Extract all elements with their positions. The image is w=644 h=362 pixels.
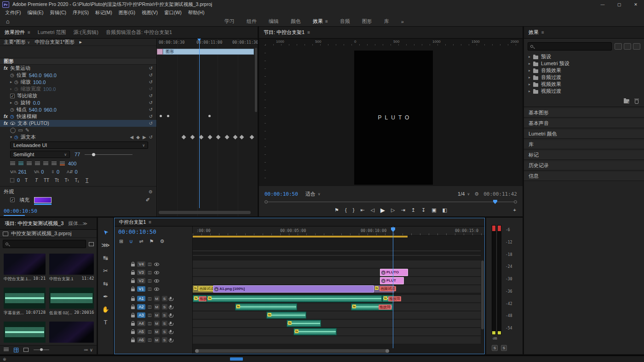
eye-icon[interactable]: [10, 122, 15, 125]
effects-search-input[interactable]: [528, 42, 612, 51]
appearance-header[interactable]: 外观 ⚙: [0, 188, 156, 195]
effects-folder-row[interactable]: ▸预设: [524, 53, 644, 60]
clip-画频试读[interactable]: fx画频试读: [374, 285, 394, 293]
sync-lock-icon[interactable]: ◫: [148, 329, 152, 334]
solo-button[interactable]: S: [162, 321, 167, 326]
effects-folder-row[interactable]: ▸视频效果: [524, 81, 644, 88]
add-marker-button[interactable]: ⚑: [334, 207, 339, 213]
checkbox-checked-icon[interactable]: ✓: [10, 94, 15, 98]
collapsed-panel-tab[interactable]: Lumetri 颜色: [524, 130, 644, 139]
fill-checkbox[interactable]: ✓: [10, 198, 15, 202]
mute-button[interactable]: M: [154, 337, 160, 343]
stopwatch-icon[interactable]: ◷: [14, 135, 18, 140]
track-lane-A3[interactable]: [193, 311, 481, 319]
stopwatch-icon[interactable]: ◷: [14, 79, 18, 85]
track-target-A4[interactable]: A4: [137, 321, 145, 326]
menu-item[interactable]: 窗口(W): [161, 10, 185, 16]
clip-indicator[interactable]: [498, 226, 501, 231]
audio-thumbnail[interactable]: [4, 322, 46, 343]
effect-vector-motion[interactable]: fx 矢量运动 ↺: [0, 65, 156, 72]
keyframe-dot[interactable]: [160, 115, 162, 117]
track-target-V4[interactable]: V4: [137, 261, 145, 267]
fill-color-swatch[interactable]: [34, 197, 52, 203]
insert-overwrite-button[interactable]: ⊞: [119, 238, 123, 244]
go-to-in-button[interactable]: ⇤: [360, 207, 364, 213]
rect-mask-icon[interactable]: ▭: [18, 127, 23, 133]
sync-lock-icon[interactable]: ◫: [148, 338, 152, 342]
track-target-V1[interactable]: V1: [137, 286, 145, 292]
align-left-icon[interactable]: [10, 162, 15, 165]
track-lock-icon[interactable]: [131, 331, 135, 334]
program-scrub-bar[interactable]: [264, 200, 517, 204]
program-video-frame[interactable]: PLUTO: [354, 51, 433, 185]
mark-out-button[interactable]: }: [353, 207, 355, 213]
pen-tool[interactable]: ✒: [103, 293, 108, 300]
reset-property-icon[interactable]: ↺: [149, 79, 153, 85]
sync-lock-icon[interactable]: ◫: [148, 313, 152, 317]
list-view-button[interactable]: [4, 348, 9, 352]
master-clip-selector[interactable]: 主要*图形 ∨: [4, 39, 30, 45]
reset-property-icon[interactable]: ↺: [149, 86, 153, 91]
lift-button[interactable]: ↥: [411, 207, 415, 213]
align-right-icon[interactable]: [27, 162, 32, 165]
voiceover-mic-icon[interactable]: [170, 330, 172, 333]
faux-bold-button[interactable]: T: [23, 178, 30, 183]
delete-bin-icon[interactable]: [635, 100, 638, 104]
keyframe-diamond[interactable]: [225, 135, 230, 140]
text-box-value[interactable]: 0: [17, 177, 20, 183]
kerning-control[interactable]: V∕A261: [10, 169, 27, 175]
tsume-value[interactable]: 0: [57, 169, 59, 175]
track-lock-icon[interactable]: [131, 288, 135, 291]
effects-folder-row[interactable]: ▸Lumetri 预设: [524, 60, 644, 67]
horizontal-scrollbar[interactable]: [196, 349, 389, 353]
effect-timeline-clip[interactable]: 图形: [157, 49, 254, 55]
workspace-tab[interactable]: 编辑: [269, 18, 279, 25]
project-item[interactable]: 低音渐 02(...20:20016: [49, 288, 94, 316]
chevron-right-icon[interactable]: ▸: [10, 80, 12, 84]
tab-program[interactable]: 节目: 中控台支架1: [264, 29, 305, 36]
stopwatch-icon[interactable]: ◷: [14, 100, 18, 105]
sequence-clip-selector[interactable]: 中控台支架1*图形: [34, 39, 75, 45]
clip-PLUTO[interactable]: fxPLUTO: [380, 269, 408, 276]
track-lane-V3[interactable]: [193, 269, 481, 276]
tab-sequence[interactable]: 中控台支架1: [119, 219, 146, 226]
position-y-value[interactable]: 960.0: [44, 73, 57, 78]
chevron-right-icon[interactable]: ▸: [529, 82, 530, 86]
faux-italic-button[interactable]: T: [33, 178, 40, 183]
panel-tab[interactable]: 音频剪辑混合器: 中控台支架1: [106, 29, 172, 36]
project-search-input[interactable]: [3, 240, 86, 248]
font-size-slider[interactable]: [85, 154, 132, 155]
vertical-scrollbar[interactable]: [481, 260, 484, 329]
justify-left-icon[interactable]: [35, 162, 40, 165]
scale-width-value[interactable]: 100.0: [43, 86, 56, 92]
voiceover-mic-icon[interactable]: [170, 297, 172, 300]
track-lock-icon[interactable]: [131, 315, 135, 317]
solo-right-button[interactable]: S: [501, 345, 507, 351]
clip-推故障[interactable]: fx推故障: [193, 295, 207, 302]
align-center-icon[interactable]: [18, 162, 23, 165]
timeline-settings-button[interactable]: ⚙: [160, 238, 164, 244]
reset-effect-icon[interactable]: ↺: [149, 114, 153, 119]
reset-property-icon[interactable]: ↺: [149, 73, 153, 78]
wrench-icon[interactable]: ⚙: [149, 189, 153, 194]
stopwatch-icon[interactable]: ◷: [10, 107, 14, 112]
keyframe-diamond[interactable]: [190, 135, 195, 140]
tab-media-browser[interactable]: 媒体...: [68, 220, 82, 227]
font-style-select[interactable]: Semilight ∨: [10, 151, 70, 158]
mute-button[interactable]: M: [154, 329, 160, 334]
audio-thumbnail[interactable]: [4, 288, 46, 309]
next-keyframe-icon[interactable]: ▶: [143, 135, 146, 140]
effect-controls-timeline[interactable]: 00:00:10:3000:00:11:0000:00:11:30 图形: [156, 39, 258, 216]
superscript-button[interactable]: T¹: [63, 178, 70, 183]
panel-tab[interactable]: 源:(无剪辑): [74, 29, 98, 36]
slider-knob[interactable]: [92, 153, 95, 156]
collapsed-panel-tab[interactable]: 标记: [524, 151, 644, 160]
track-target-A6[interactable]: A6: [137, 337, 145, 343]
clip-audio[interactable]: fx: [207, 295, 382, 302]
icon-view-button[interactable]: [14, 348, 18, 352]
project-item[interactable]: [49, 322, 94, 344]
effect-text-pluto[interactable]: fx 文本 (PLUTO) ↺: [0, 120, 156, 127]
reset-property-icon[interactable]: ↺: [149, 135, 153, 140]
chevron-right-icon[interactable]: ▸: [529, 68, 530, 73]
clip-audio[interactable]: fx: [235, 303, 297, 311]
